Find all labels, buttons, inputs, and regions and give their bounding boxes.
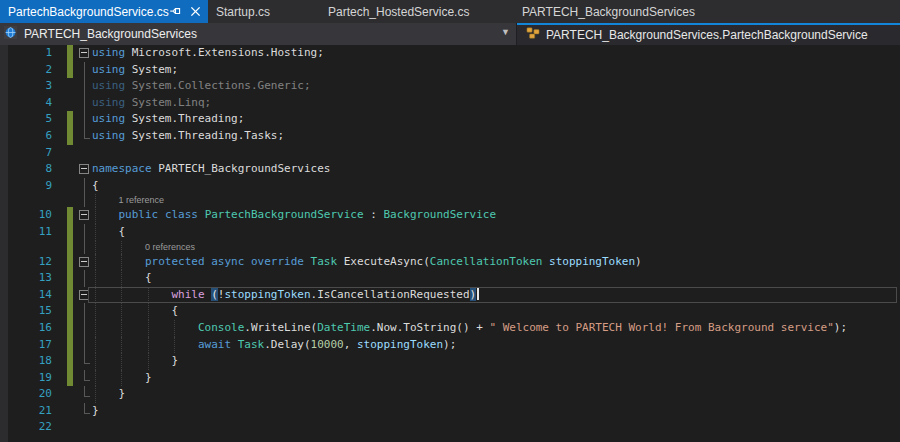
fold-margin — [78, 370, 91, 387]
code-text: { — [92, 224, 125, 241]
code-line[interactable]: 19 } — [0, 370, 900, 387]
code-text: namespace PARTECH_BackgroundServices — [92, 161, 330, 178]
code-line[interactable]: 11 { — [0, 224, 900, 241]
code-line[interactable]: 4using System.Linq; — [0, 95, 900, 112]
tab-label: PartechBackgroundService.cs — [8, 5, 169, 19]
fold-margin — [78, 95, 91, 112]
code-text: { — [92, 303, 178, 320]
editor[interactable]: 1using Microsoft.Extensions.Hosting;2usi… — [0, 45, 900, 442]
code-area: 1using Microsoft.Extensions.Hosting;2usi… — [0, 45, 900, 436]
line-number: 13 — [0, 270, 52, 287]
tab-startup-cs[interactable]: Startup.cs — [208, 0, 322, 23]
codelens-references[interactable]: 0 references — [145, 242, 195, 252]
code-line[interactable]: 13 { — [0, 270, 900, 287]
fold-margin — [78, 303, 91, 320]
fold-margin — [78, 403, 91, 420]
code-line[interactable]: 16 Console.WriteLine(DateTime.Now.ToStri… — [0, 320, 900, 337]
code-line[interactable]: 18 } — [0, 353, 900, 370]
change-tracking-bar — [67, 207, 73, 224]
code-line[interactable]: 15 { — [0, 303, 900, 320]
code-text: } — [92, 353, 178, 370]
code-line[interactable]: 14 while (!stoppingToken.IsCancellationR… — [0, 287, 900, 304]
change-tracking-bar — [67, 241, 73, 254]
code-line[interactable]: 3using System.Collections.Generic; — [0, 78, 900, 95]
fold-margin — [78, 161, 91, 178]
code-text: { — [92, 270, 152, 287]
project-icon — [4, 25, 19, 44]
line-number: 17 — [0, 337, 52, 354]
close-icon[interactable] — [190, 6, 201, 17]
code-text: using System.Collections.Generic; — [92, 78, 311, 95]
fold-extent-line — [84, 138, 90, 139]
code-text: } — [92, 370, 152, 387]
codelens-row[interactable]: 1 reference — [0, 194, 900, 207]
collapse-icon[interactable] — [79, 48, 89, 58]
change-tracking-bar — [67, 287, 73, 304]
code-line[interactable]: 1using Microsoft.Extensions.Hosting; — [0, 45, 900, 62]
line-number: 18 — [0, 353, 52, 370]
collapse-icon[interactable] — [79, 210, 89, 220]
fold-margin — [78, 62, 91, 79]
code-line[interactable]: 7 — [0, 145, 900, 162]
code-line[interactable]: 10 public class PartechBackgroundService… — [0, 207, 900, 224]
code-line[interactable]: 22 — [0, 419, 900, 436]
codelens-references[interactable]: 1 reference — [118, 195, 164, 205]
fold-extent-line — [84, 128, 85, 138]
line-number: 20 — [0, 386, 52, 403]
code-line[interactable]: 20 } — [0, 386, 900, 403]
fold-extent-line — [84, 353, 85, 363]
fold-margin — [78, 178, 91, 195]
tab-partech-hostedservice-cs[interactable]: Partech_HostedService.cs — [322, 0, 514, 23]
line-number: 15 — [0, 303, 52, 320]
code-line[interactable]: 21} — [0, 403, 900, 420]
fold-extent-line — [84, 95, 85, 112]
change-tracking-bar — [67, 111, 73, 128]
tab-partechbackgroundservice-cs[interactable]: PartechBackgroundService.cs — [0, 0, 208, 23]
code-line[interactable]: 17 await Task.Delay(10000, stoppingToken… — [0, 337, 900, 354]
code-text: using System.Linq; — [92, 95, 211, 112]
line-number: 10 — [0, 207, 52, 224]
fold-extent-line — [84, 224, 85, 241]
code-text: using Microsoft.Extensions.Hosting; — [92, 45, 324, 62]
line-number: 3 — [0, 78, 52, 95]
change-tracking-bar — [67, 224, 73, 241]
fold-extent-line — [84, 241, 85, 254]
line-number: 7 — [0, 145, 52, 162]
code-line[interactable]: 9{ — [0, 178, 900, 195]
fold-extent-line — [84, 303, 85, 320]
code-line[interactable]: 6using System.Threading.Tasks; — [0, 128, 900, 145]
fold-extent-line — [84, 363, 90, 364]
tab-partech-backgroundservices[interactable]: PARTECH_BackgroundServices — [514, 0, 700, 23]
type-member-dropdown[interactable]: PARTECH_BackgroundServices.PartechBackgr… — [517, 23, 900, 45]
collapse-icon[interactable] — [79, 164, 89, 174]
fold-margin — [78, 241, 91, 254]
fold-margin — [78, 45, 91, 62]
line-number: 8 — [0, 161, 52, 178]
pin-icon[interactable] — [169, 5, 182, 18]
code-line[interactable]: 2using System; — [0, 62, 900, 79]
indent-guide — [95, 194, 96, 207]
code-line[interactable]: 12 protected async override Task Execute… — [0, 254, 900, 271]
codelens-row[interactable]: 0 references — [0, 241, 900, 254]
code-text: await Task.Delay(10000, stoppingToken); — [92, 337, 456, 354]
line-number: 21 — [0, 403, 52, 420]
fold-extent-line — [84, 178, 85, 195]
fold-extent-line — [84, 380, 90, 381]
tab-label: Startup.cs — [216, 5, 270, 19]
line-number: 4 — [0, 95, 52, 112]
code-text: } — [92, 386, 125, 403]
project-dropdown[interactable]: PARTECH_BackgroundServices ▼ — [0, 23, 517, 45]
code-line[interactable]: 8namespace PARTECH_BackgroundServices — [0, 161, 900, 178]
code-line[interactable]: 5using System.Threading; — [0, 111, 900, 128]
change-tracking-bar — [67, 320, 73, 337]
project-name: PARTECH_BackgroundServices — [24, 27, 197, 41]
code-text: Console.WriteLine(DateTime.Now.ToString(… — [92, 320, 847, 337]
collapse-icon[interactable] — [79, 257, 89, 267]
line-number: 2 — [0, 62, 52, 79]
change-tracking-bar — [67, 270, 73, 287]
line-number: 9 — [0, 178, 52, 195]
line-number: 22 — [0, 419, 52, 436]
fold-margin — [78, 320, 91, 337]
fold-extent-line — [84, 386, 85, 396]
fold-margin — [78, 386, 91, 403]
